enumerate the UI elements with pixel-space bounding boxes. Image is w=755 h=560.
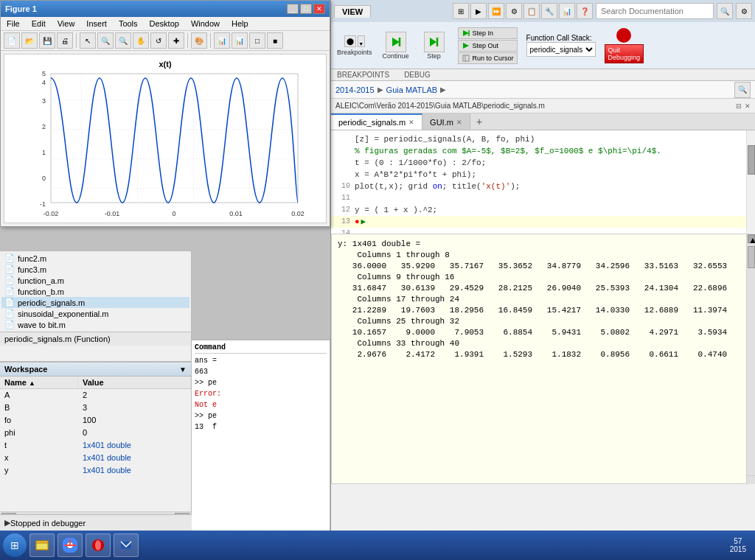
maximize-button[interactable]: □ (300, 4, 312, 14)
file-item[interactable]: 📄function_a.m (1, 275, 189, 286)
tb-datacursor[interactable]: ✚ (168, 32, 184, 49)
scroll-thumb-output[interactable] (748, 246, 755, 268)
tb-colormap[interactable]: 🎨 (191, 32, 207, 49)
settings-button[interactable]: ⚙ (736, 3, 752, 19)
tb-cursor[interactable]: ↖ (80, 32, 96, 49)
output-col-header: Columns 25 through 32 (338, 316, 748, 327)
tab-gui[interactable]: GUI.m ✕ (422, 113, 470, 130)
taskbar-outlook[interactable] (114, 533, 139, 557)
tab-close-icon[interactable]: ✕ (456, 119, 462, 126)
start-button[interactable]: ⊞ (3, 533, 27, 557)
continue-label: Continue (383, 52, 409, 60)
tb-plottools2[interactable]: 📊 (232, 32, 248, 49)
continue-icon (386, 32, 406, 52)
view-tab[interactable]: VIEW (334, 5, 371, 18)
continue-button[interactable]: Continue (381, 32, 411, 60)
menu-view[interactable]: View (55, 18, 78, 29)
tb-print[interactable]: 🖨 (57, 32, 73, 49)
tab-periodic-signals[interactable]: periodic_signals.m ✕ (331, 113, 422, 130)
file-item[interactable]: 📄func2.m (1, 253, 189, 264)
quit-debugging-group: QuitDebugging (605, 28, 644, 63)
command-window: Command ans = 663 >> pe Error: Not e >> … (192, 339, 330, 560)
breakpoints-button[interactable]: ⬤ ▼ Breakpoints (337, 35, 372, 56)
tb-icon8[interactable]: ❓ (577, 3, 593, 19)
tb-icon4[interactable]: ⚙ (506, 3, 522, 19)
breadcrumb-2014[interactable]: 2014-2015 (335, 85, 375, 94)
tb-icon6[interactable]: 🔧 (541, 3, 557, 19)
file-item[interactable]: 📄function_b.m (1, 286, 189, 297)
step-svg (428, 35, 441, 49)
tb-icon1[interactable]: ⊞ (453, 3, 469, 19)
command-title: Command (195, 343, 327, 354)
matlab-toolbar-area: VIEW ⊞ ▶ ⏩ ⚙ 📋 🔧 📊 ❓ 🔍 ⚙ ⬤ (331, 0, 755, 81)
close-button[interactable]: ✕ (313, 4, 325, 14)
ws-var-value-link[interactable]: 1x401 double (77, 439, 190, 452)
col-name[interactable]: Name ▲ (0, 377, 77, 389)
code-editor: [z] = periodic_signals(A, B, fo, phi) % … (331, 130, 755, 234)
tb-zoom-in[interactable]: 🔍 (97, 32, 114, 49)
taskbar-explorer[interactable] (29, 533, 55, 557)
tb-icon3[interactable]: ⏩ (488, 3, 504, 19)
figure-title-buttons: _ □ ✕ (287, 4, 325, 14)
svg-text:0: 0 (42, 175, 46, 182)
workspace-expand[interactable]: ▼ (179, 365, 187, 374)
output-scrollbar[interactable]: ▲ ▼ (746, 234, 755, 484)
file-item-selected[interactable]: 📄periodic_signals.m (1, 297, 189, 308)
tb-rotate[interactable]: ↺ (150, 32, 167, 49)
file-item[interactable]: 📄wave to bit.m (1, 319, 189, 330)
quit-debugging-button[interactable]: QuitDebugging (605, 44, 644, 63)
ws-var-value-link[interactable]: 1x401 double (77, 464, 190, 477)
tb-zoom-out[interactable]: 🔍 (115, 32, 131, 49)
path-search-button[interactable]: 🔍 (734, 82, 751, 98)
menu-file[interactable]: File (4, 18, 23, 29)
menu-window[interactable]: Window (188, 18, 223, 29)
minimize-button[interactable]: _ (287, 4, 299, 14)
taskbar-chrome[interactable] (58, 533, 83, 557)
tb-sep3 (210, 33, 211, 48)
tb-open[interactable]: 📂 (21, 32, 38, 49)
menu-desktop[interactable]: Desktop (147, 18, 182, 29)
tb-plottools3[interactable]: □ (249, 32, 265, 49)
filepath-close[interactable]: ✕ (745, 102, 751, 110)
ws-var-value-link[interactable]: 1x401 double (77, 452, 190, 464)
tb-sep2 (187, 33, 188, 48)
tab-add-button[interactable]: + (470, 113, 488, 130)
file-name: func2.m (18, 254, 46, 263)
run-to-cursor-button[interactable]: Run to Cursor (458, 52, 518, 64)
stack-select[interactable]: periodic_signals (526, 42, 596, 57)
tb-icon7[interactable]: 📊 (559, 3, 575, 19)
step-out-button[interactable]: Step Out (458, 40, 518, 52)
tb-new[interactable]: 📄 (4, 32, 20, 49)
taskbar-opera[interactable] (86, 533, 111, 557)
ws-var-name: x (0, 452, 77, 464)
col-value[interactable]: Value (77, 377, 190, 389)
editor-scrollbar[interactable] (746, 130, 755, 234)
tb-icon5[interactable]: 📋 (523, 3, 540, 19)
tb-plottools4[interactable]: ■ (267, 32, 283, 49)
tb-icon2[interactable]: ▶ (470, 3, 487, 19)
file-name: func3.m (18, 265, 46, 274)
scroll-thumb[interactable] (748, 145, 755, 175)
menu-insert[interactable]: Insert (83, 18, 110, 29)
file-item[interactable]: 📄func3.m (1, 264, 189, 275)
filepath-maximize[interactable]: ⊟ (736, 102, 742, 110)
step-in-button[interactable]: Step In (458, 27, 518, 39)
breadcrumb-guia[interactable]: Guia MATLAB (386, 85, 438, 94)
tab-close-icon[interactable]: ✕ (408, 119, 414, 126)
current-file-label: periodic_signals.m (Function) (0, 332, 191, 346)
search-button[interactable]: 🔍 (717, 3, 733, 19)
file-item[interactable]: 📄sinusoidal_exponential.m (1, 308, 189, 319)
tab-label: periodic_signals.m (338, 118, 406, 127)
step-button[interactable]: Step (420, 32, 449, 60)
tb-plottools1[interactable]: 📊 (214, 32, 230, 49)
output-values: 10.1657 9.0000 7.9053 6.8854 5.9431 5.08… (338, 327, 748, 338)
tb-pan[interactable]: ✋ (133, 32, 149, 49)
scroll-up[interactable]: ▲ (748, 234, 755, 243)
menu-edit[interactable]: Edit (29, 18, 49, 29)
menu-help[interactable]: Help (229, 18, 251, 29)
tb-save[interactable]: 💾 (39, 32, 55, 49)
menu-tools[interactable]: Tools (116, 18, 141, 29)
chrome-icon (63, 538, 77, 553)
bp-icon: ⬤ (344, 35, 356, 47)
search-input[interactable] (596, 3, 714, 19)
